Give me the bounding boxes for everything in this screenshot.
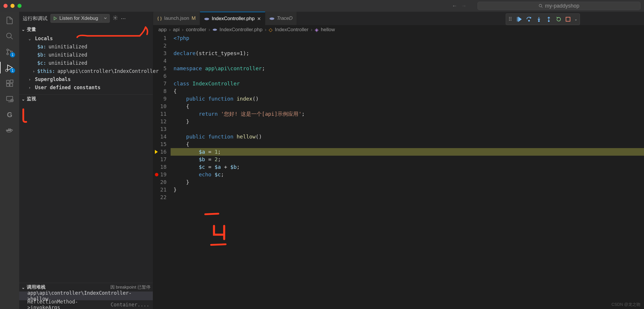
breadcrumb-item[interactable]: api (173, 27, 180, 33)
tab-close-icon[interactable]: ✕ (257, 16, 261, 22)
code-content[interactable]: <?php declare(strict_types=1); namespace… (171, 34, 644, 309)
user-constants-group[interactable]: › User defined constants (24, 83, 153, 92)
editor-area: ⠿ ⌄ launch.json (153, 12, 644, 309)
svg-point-0 (539, 4, 542, 7)
title-bar: ← → my-paddyshop (0, 0, 644, 12)
svg-point-32 (538, 20, 539, 22)
svg-point-4 (7, 49, 8, 51)
extensions-icon[interactable] (5, 79, 14, 88)
tab-index-controller[interactable]: IndexController.php ✕ (200, 12, 265, 25)
watermark: CSDN @龙之吻 (611, 302, 641, 307)
breadcrumb-item[interactable]: hellow (321, 27, 335, 33)
tab-launch-json[interactable]: launch.json M (153, 12, 200, 25)
search-activity-icon[interactable] (5, 31, 14, 41)
activity-bar: 1 1 G (0, 12, 19, 309)
stop-button[interactable] (566, 17, 570, 22)
search-icon (539, 4, 543, 8)
command-center-search[interactable]: my-paddyshop (477, 2, 641, 10)
debug-config-name: Listen for Xdebug (59, 15, 101, 21)
close-window-button[interactable] (3, 4, 8, 8)
current-line-marker-icon (155, 150, 158, 154)
variable-row[interactable]: $c: uninitialized (24, 59, 153, 67)
restart-button[interactable] (556, 16, 562, 22)
window-controls (3, 4, 22, 8)
start-debug-button[interactable] (51, 16, 59, 20)
explorer-icon[interactable] (5, 16, 14, 25)
tab-trace[interactable]: TraceD (265, 12, 297, 25)
variables-tree: ⌄ Locals $a: uninitialized $b: uninitial… (19, 34, 153, 94)
step-into-button[interactable] (536, 16, 542, 22)
code-editor[interactable]: 1234 5678 9101112 131415 16 1718 19 2021… (153, 34, 644, 309)
breadcrumb-item[interactable]: IndexController (275, 27, 308, 33)
svg-point-2 (7, 33, 11, 38)
svg-point-37 (213, 29, 217, 31)
method-symbol-icon: ◈ (315, 27, 319, 33)
variable-this-row[interactable]: › $this: app\api\controller\IndexControl… (24, 67, 153, 75)
debug-badge: 1 (10, 68, 15, 73)
nav-forward-button[interactable]: → (461, 3, 466, 9)
run-debug-icon[interactable]: 1 (5, 63, 14, 72)
tab-label: TraceD (277, 15, 293, 21)
svg-rect-24 (8, 129, 9, 130)
chevron-down-icon: ⌄ (22, 97, 25, 101)
php-file-icon (269, 15, 275, 21)
nav-arrows: ← → (452, 3, 466, 9)
callstack-body: app\api\controller\IndexController->hell… (19, 292, 153, 309)
svg-marker-26 (54, 17, 57, 20)
breadcrumb-item[interactable]: controller (186, 27, 206, 33)
watch-section-header[interactable]: ⌄ 监视 (19, 94, 153, 103)
toolbar-grip-icon[interactable]: ⠿ (508, 16, 512, 22)
docker-icon[interactable] (5, 126, 14, 135)
svg-point-36 (269, 17, 274, 20)
superglobals-group[interactable]: › Superglobals (24, 75, 153, 83)
gitlens-icon[interactable]: G (5, 110, 14, 120)
debug-config-dropdown[interactable] (101, 15, 109, 21)
svg-point-34 (548, 20, 549, 22)
svg-rect-12 (7, 80, 9, 83)
chevron-down-icon: ⌄ (22, 285, 25, 290)
tab-modified-mark: M (192, 15, 196, 21)
continue-button[interactable] (516, 16, 522, 22)
variables-label: 变量 (27, 27, 36, 33)
debug-config-selector[interactable]: Listen for Xdebug (50, 14, 110, 23)
tab-label: IndexController.php (212, 16, 254, 22)
callstack-label: 调用堆栈 (27, 284, 45, 290)
step-out-button[interactable] (546, 16, 552, 22)
variable-row[interactable]: $b: uninitialized (24, 51, 153, 59)
debug-settings-gear-icon[interactable] (113, 15, 118, 22)
svg-rect-14 (10, 84, 13, 86)
php-file-icon (213, 28, 217, 31)
stop-dropdown[interactable]: ⌄ (574, 17, 577, 21)
source-control-icon[interactable]: 1 (5, 47, 14, 57)
remote-icon[interactable] (5, 94, 14, 104)
svg-point-8 (6, 69, 8, 72)
callstack-frame[interactable]: ReflectionMethod->invokeArgs Container..… (19, 300, 153, 309)
variable-row[interactable]: $a: uninitialized (24, 43, 153, 51)
breadcrumbs[interactable]: app › api › controller › IndexController… (153, 25, 644, 34)
maximize-window-button[interactable] (17, 4, 22, 8)
locals-group[interactable]: ⌄ Locals (24, 34, 153, 43)
line-number-gutter[interactable]: 1234 5678 9101112 131415 16 1718 19 2021… (153, 34, 171, 309)
chevron-right-icon: › (169, 27, 171, 33)
debug-header: 运行和调试 Listen for Xdebug ⋯ (19, 12, 153, 25)
svg-point-30 (528, 20, 530, 21)
chevron-right-icon: › (208, 27, 210, 33)
breadcrumb-item[interactable]: IndexController.php (220, 27, 262, 33)
svg-marker-29 (519, 17, 521, 22)
scm-badge: 1 (10, 52, 15, 57)
watch-body[interactable] (19, 103, 153, 283)
svg-rect-15 (10, 80, 13, 82)
php-file-icon (204, 16, 209, 22)
breadcrumb-item[interactable]: app (158, 27, 167, 33)
breakpoint-icon[interactable] (155, 173, 158, 176)
svg-line-3 (11, 37, 13, 39)
debug-sidebar: 运行和调试 Listen for Xdebug ⋯ ⌄ 变量 ⌄ Lo (19, 12, 153, 309)
variables-section-header[interactable]: ⌄ 变量 (19, 25, 153, 34)
debug-more-icon[interactable]: ⋯ (121, 15, 126, 22)
nav-back-button[interactable]: ← (452, 3, 457, 9)
minimize-window-button[interactable] (10, 4, 15, 8)
chevron-right-icon: › (182, 27, 184, 33)
search-placeholder: my-paddyshop (545, 3, 579, 9)
chevron-right-icon: › (311, 27, 312, 33)
step-over-button[interactable] (526, 16, 532, 22)
